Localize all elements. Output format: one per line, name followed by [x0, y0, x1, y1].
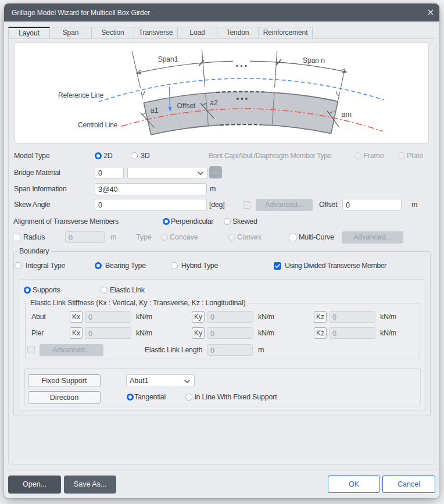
- svg-text:a2: a2: [210, 99, 218, 107]
- svg-text:Span n: Span n: [303, 56, 325, 65]
- svg-text:Reference Line: Reference Line: [58, 91, 103, 99]
- svg-text:am: am: [342, 110, 352, 119]
- svg-text:a1: a1: [151, 106, 159, 115]
- svg-text:Centroid Line: Centroid Line: [78, 121, 118, 129]
- svg-text:Offset: Offset: [177, 102, 196, 110]
- svg-text:Span1: Span1: [158, 55, 178, 63]
